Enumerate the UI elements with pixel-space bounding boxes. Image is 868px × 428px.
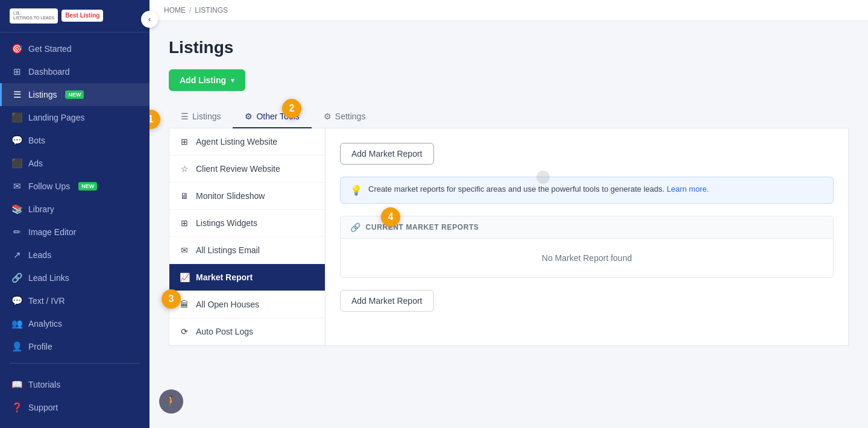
- agent-listing-website-icon: ⊞: [179, 137, 190, 146]
- add-listing-arrow: ▾: [231, 77, 234, 84]
- sidebar-item-dashboard[interactable]: ⊞ Dashboard: [0, 60, 149, 83]
- breadcrumb-home[interactable]: HOME: [164, 6, 186, 14]
- sidebar-item-label: Tutorials: [28, 380, 60, 389]
- left-pane-agent-listing-website[interactable]: ⊞ Agent Listing Website: [169, 128, 325, 156]
- sidebar-item-leads[interactable]: ↗ Leads: [0, 244, 149, 266]
- sidebar-item-listings[interactable]: ☰ Listings NEW: [0, 83, 149, 106]
- left-pane-market-report[interactable]: 📈 Market Report: [169, 264, 325, 291]
- add-market-report-button-bottom[interactable]: Add Market Report: [340, 290, 434, 312]
- floating-person-button[interactable]: 🚶: [159, 389, 183, 414]
- add-listing-button[interactable]: Add Listing ▾: [169, 69, 245, 91]
- listings-tab-icon: ☰: [181, 112, 189, 121]
- lead-links-icon: 🔗: [11, 272, 22, 283]
- text-ivr-icon: 💬: [11, 295, 22, 306]
- sidebar-item-label: Support: [28, 403, 58, 412]
- sidebar-item-lead-links[interactable]: 🔗 Lead Links: [0, 266, 149, 289]
- left-pane-item-label: All Open Houses: [196, 300, 259, 309]
- sidebar-logo-area: L2L LISTINGS TO LEADS Best Listing: [0, 0, 149, 33]
- sidebar-item-label: Follow Ups: [28, 181, 70, 191]
- target-icon: 🎯: [11, 43, 22, 54]
- tutorials-icon: 📖: [11, 379, 22, 390]
- sidebar-item-library[interactable]: 📚 Library: [0, 198, 149, 221]
- sidebar-item-support[interactable]: ❓ Support: [0, 396, 149, 419]
- sidebar-item-profile[interactable]: 👤 Profile: [0, 335, 149, 358]
- current-reports-section: 🔗 CURRENT MARKET REPORTS No Market Repor…: [340, 216, 834, 278]
- all-open-houses-icon: 🏛: [179, 300, 190, 309]
- sidebar-toggle-button[interactable]: ‹: [141, 11, 158, 28]
- leads-icon: ↗: [11, 250, 22, 260]
- profile-icon: 👤: [11, 341, 22, 352]
- bots-icon: 💬: [11, 135, 22, 146]
- step-4-badge: 4: [381, 207, 400, 227]
- sidebar-item-bots[interactable]: 💬 Bots: [0, 129, 149, 152]
- monitor-slideshow-icon: 🖥: [179, 191, 190, 201]
- left-pane-item-label: All Listings Email: [196, 245, 260, 255]
- landing-pages-icon: ⬛: [11, 112, 22, 123]
- sidebar-item-get-started[interactable]: 🎯 Get Started: [0, 37, 149, 60]
- logo-best: Best Listing: [61, 10, 103, 22]
- sidebar-item-label: Ads: [28, 159, 43, 168]
- settings-tab-icon: ⚙: [324, 112, 332, 121]
- tab-settings[interactable]: ⚙ Settings: [312, 105, 378, 128]
- dashboard-icon: ⊞: [11, 66, 22, 77]
- sidebar-item-analytics[interactable]: 👥 Analytics: [0, 312, 149, 335]
- sidebar-nav: 🎯 Get Started ⊞ Dashboard ☰ Listings NEW…: [0, 33, 149, 428]
- sidebar-item-label: Text / IVR: [28, 296, 65, 306]
- left-pane-item-label: Agent Listing Website: [196, 137, 277, 146]
- sidebar-item-label: Leads: [28, 250, 51, 260]
- sidebar-item-label: Profile: [28, 342, 52, 351]
- support-icon: ❓: [11, 402, 22, 413]
- sidebar-bottom: 📖 Tutorials ❓ Support: [0, 368, 149, 428]
- tab-listings[interactable]: ☰ Listings: [169, 105, 233, 128]
- page-title: Listings: [169, 38, 849, 57]
- no-reports-text: No Market Report found: [341, 239, 833, 277]
- left-pane-auto-post-logs[interactable]: ⟳ Auto Post Logs: [169, 318, 325, 345]
- new-badge-followups: NEW: [78, 182, 97, 190]
- sidebar-item-label: Dashboard: [28, 67, 70, 77]
- pane-container: ⊞ Agent Listing Website ☆ Client Review …: [169, 128, 849, 346]
- add-market-report-button-top[interactable]: Add Market Report: [340, 143, 434, 165]
- new-badge: NEW: [65, 90, 84, 99]
- left-pane-monitor-slideshow[interactable]: 🖥 Monitor Slideshow: [169, 183, 325, 210]
- add-listing-label: Add Listing: [180, 75, 226, 85]
- right-pane: Add Market Report 💡 Create market report…: [326, 128, 849, 346]
- left-pane-all-listings-email[interactable]: ✉ All Listings Email: [169, 237, 325, 264]
- learn-more-link[interactable]: Learn more.: [667, 184, 709, 194]
- sidebar-item-label: Image Editor: [28, 227, 76, 237]
- logo-box: L2L LISTINGS TO LEADS Best Listing: [10, 8, 103, 24]
- sidebar-item-landing-pages[interactable]: ⬛ Landing Pages: [0, 106, 149, 129]
- left-pane-item-label: Auto Post Logs: [196, 327, 253, 336]
- analytics-icon: 👥: [11, 318, 22, 329]
- current-reports-header-label: CURRENT MARKET REPORTS: [366, 223, 479, 231]
- main-content: 1 2 3 4 HOME / LISTINGS Listings Add Lis…: [149, 0, 868, 428]
- step-2-badge: 2: [282, 99, 301, 118]
- current-reports-header: 🔗 CURRENT MARKET REPORTS: [341, 216, 833, 239]
- sidebar-item-tutorials[interactable]: 📖 Tutorials: [0, 373, 149, 396]
- other-tools-tab-icon: ⚙: [245, 112, 253, 121]
- left-pane-listings-widgets[interactable]: ⊞ Listings Widgets: [169, 210, 325, 237]
- left-pane-all-open-houses[interactable]: 🏛 All Open Houses: [169, 291, 325, 318]
- sidebar-item-image-editor[interactable]: ✏ Image Editor: [0, 221, 149, 244]
- follow-ups-icon: ✉: [11, 181, 22, 192]
- ads-icon: ⬛: [11, 158, 22, 169]
- left-pane-client-review-website[interactable]: ☆ Client Review Website: [169, 156, 325, 183]
- sidebar-item-label: Get Started: [28, 44, 72, 54]
- sidebar-item-label: Bots: [28, 136, 45, 145]
- breadcrumb-separator: /: [189, 6, 191, 14]
- sidebar-item-label: Analytics: [28, 319, 62, 329]
- info-bulb-icon: 💡: [350, 184, 362, 196]
- breadcrumb: HOME / LISTINGS: [149, 0, 868, 21]
- step-3-badge: 3: [162, 289, 181, 309]
- sidebar-item-label: Lead Links: [28, 273, 69, 283]
- sidebar-item-label: Listings: [28, 90, 57, 99]
- sidebar-item-text-ivr[interactable]: 💬 Text / IVR: [0, 289, 149, 312]
- auto-post-logs-icon: ⟳: [179, 327, 190, 336]
- client-review-website-icon: ☆: [179, 164, 190, 174]
- listings-widgets-icon: ⊞: [179, 218, 190, 228]
- sidebar-item-ads[interactable]: ⬛ Ads: [0, 152, 149, 175]
- left-pane-item-label: Client Review Website: [196, 164, 280, 174]
- sidebar-item-label: Library: [28, 204, 54, 214]
- tabs-container: ☰ Listings ⚙ Other Tools ⚙ Settings: [169, 105, 849, 128]
- sidebar-item-follow-ups[interactable]: ✉ Follow Ups NEW: [0, 175, 149, 198]
- image-editor-icon: ✏: [11, 227, 22, 238]
